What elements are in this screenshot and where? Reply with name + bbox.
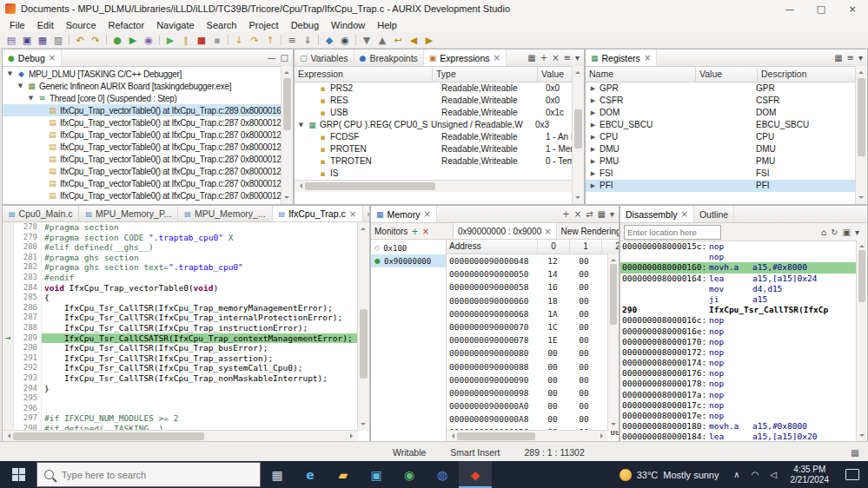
menu-item[interactable]: Debug: [285, 19, 325, 31]
taskbar-clock[interactable]: 4:35 PM 2/21/2024: [783, 465, 838, 485]
code-line[interactable]: #if IFXCPU_NUM_MODULES >= 2: [42, 413, 369, 424]
view-tab[interactable]: ● Breakpoints ×: [354, 49, 424, 66]
column-byte-1[interactable]: 1: [570, 240, 602, 254]
run-icon[interactable]: ▶: [125, 34, 141, 47]
show-columns-icon[interactable]: ▦: [834, 53, 842, 63]
debug-tree-item[interactable]: ▼ ▦ Generic Infineon AURIX Board [taskin…: [3, 80, 293, 92]
DOM[interactable]: ▶ DOM DOM: [586, 107, 867, 119]
PMU[interactable]: ▶ PMU PMU: [586, 155, 867, 168]
registers-vertical-scrollbar[interactable]: [855, 66, 867, 204]
code-line[interactable]: #pragma ghs section text=".traptab_cpu0": [42, 262, 369, 273]
menu-item[interactable]: Edit: [31, 19, 60, 31]
memory-row[interactable]: 0000000090000050 14 00 00 00: [447, 267, 619, 280]
debug-tree-item[interactable]: ▤ IfxCpu_Trap_vectorTable0() at IfxCpu_T…: [3, 129, 293, 141]
debug-tree-item[interactable]: ▤ IfxCpu_Trap_vectorTable0() at IfxCpu_T…: [3, 177, 293, 189]
expander-icon[interactable]: ▶: [589, 168, 597, 180]
code-line[interactable]: IfxCpu_Tsr_CallCSATSR(IfxCpu_Trap_contex…: [42, 333, 369, 344]
expander-icon[interactable]: ▶: [589, 82, 597, 95]
debug-tree-item[interactable]: ▤ IfxCpu_Trap_vectorTable0() at IfxCpu_T…: [3, 116, 293, 129]
view-tab[interactable]: Disassembly ×: [620, 206, 694, 222]
expressions-vertical-scrollbar[interactable]: [572, 66, 584, 204]
expander-icon[interactable]: ▶: [589, 119, 597, 131]
new-memory-monitor-icon[interactable]: +: [562, 209, 569, 219]
instruction-stepping-icon[interactable]: ≡: [284, 34, 300, 47]
GPR[interactable]: ▶ GPR GPR: [586, 82, 867, 95]
memory-row[interactable]: 0000000090000070 1C 00 00 00: [447, 320, 619, 333]
back-icon[interactable]: ◀: [406, 34, 421, 47]
column-description[interactable]: Description: [758, 67, 867, 82]
resume-icon[interactable]: ▶: [162, 34, 178, 47]
maximize-button[interactable]: □: [805, 0, 837, 17]
column-expression[interactable]: Expression: [295, 67, 433, 82]
view-tab[interactable]: ▢ Variables ×: [295, 49, 354, 66]
close-icon[interactable]: ×: [681, 209, 688, 219]
expression-row[interactable]: ▼ ▦ GRP( CPU ).REG( CPU0_SYSCON Unsigned…: [295, 119, 584, 131]
switch-layout-icon[interactable]: ▦: [598, 209, 606, 219]
last-edit-location-icon[interactable]: ↩: [390, 34, 406, 47]
memory-row[interactable]: 00000000900000A8 00 00 00 00: [447, 412, 619, 425]
disassembly-line[interactable]: 000000008000017c: nop: [620, 400, 867, 411]
debug-tree-item[interactable]: ▤ IfxCpu_Trap_vectorTable0() at IfxCpu_T…: [3, 153, 293, 165]
close-icon[interactable]: ×: [349, 209, 356, 219]
CPU[interactable]: ▶ CPU CPU: [586, 131, 867, 143]
new-wizard-icon[interactable]: ◆: [321, 34, 337, 47]
taskbar-weather-widget[interactable]: 33°C Mostly sunny: [611, 469, 728, 481]
memory-row[interactable]: 0000000090000078 1E 00 00 00: [447, 333, 619, 346]
code-line[interactable]: IfxCpu_Tsr_CallTSR(IfxCpu_Trap_memoryMan…: [42, 303, 369, 313]
disassembly-line[interactable]: 0000000080000172: nop: [620, 347, 867, 358]
expression-row[interactable]: ▪ RES Readable,Writeable 0x0: [295, 95, 584, 107]
search-input[interactable]: [60, 469, 224, 481]
expression-row[interactable]: ▪ IS: [295, 168, 584, 180]
PFI[interactable]: ▶ PFI PFI: [586, 180, 867, 192]
disassembly-line[interactable]: 0000000080000178: nop: [620, 379, 867, 389]
show-type-names-icon[interactable]: ▦: [527, 53, 535, 63]
terminate-icon[interactable]: ■: [194, 34, 209, 47]
memory-monitor-item[interactable]: ◇ 0x100: [371, 241, 446, 254]
memory-horizontal-scrollbar[interactable]: [447, 430, 608, 442]
link-renderings-icon[interactable]: ⇄: [586, 209, 593, 219]
expander-icon[interactable]: ▶: [589, 180, 597, 192]
menu-item[interactable]: File: [3, 19, 31, 31]
editor-tab[interactable]: ▤ MPU_Memory_P... ×: [79, 206, 178, 221]
redo-icon[interactable]: ↷: [88, 34, 103, 47]
menu-item[interactable]: Refactor: [103, 19, 151, 31]
debug-tree-item[interactable]: ▼ ≡ Thread [core 0] (Suspended : Step): [3, 92, 293, 104]
disassembly-line[interactable]: 0000000080000176: nop: [620, 368, 867, 379]
column-byte-2[interactable]: 2: [602, 240, 619, 254]
forward-icon[interactable]: ▶: [421, 34, 437, 47]
expander-icon[interactable]: ▶: [589, 95, 597, 107]
remove-monitor-icon[interactable]: ×: [422, 227, 429, 236]
taskbar-search-box[interactable]: [36, 462, 261, 487]
tab-memory[interactable]: ▦ Memory ×: [371, 206, 437, 222]
store-icon[interactable]: ▣: [360, 461, 393, 488]
memory-row[interactable]: 0000000090000090 00 00 00 00: [447, 373, 619, 386]
disassembly-location-input[interactable]: [624, 225, 721, 240]
menu-item[interactable]: Navigate: [150, 19, 200, 31]
next-annotation-icon[interactable]: ▼: [359, 34, 374, 47]
file-explorer-icon[interactable]: ▰: [327, 461, 360, 488]
disassembly-line[interactable]: 000000008000017a: nop: [620, 390, 867, 400]
collapse-all-icon[interactable]: ≡: [564, 53, 571, 63]
close-button[interactable]: ×: [837, 0, 868, 17]
disassembly-line[interactable]: 000000008000016e: nop: [620, 326, 867, 337]
expander-icon[interactable]: ▶: [589, 131, 597, 143]
collapse-all-icon[interactable]: ≡: [847, 53, 854, 63]
disassembly-vertical-scrollbar[interactable]: [856, 240, 867, 442]
code-line[interactable]: #endif: [42, 273, 369, 283]
expressions-horizontal-scrollbar[interactable]: [295, 180, 584, 192]
memory-row[interactable]: 0000000090000088 00 00 00 00: [447, 360, 619, 373]
home-icon[interactable]: ⌂: [821, 228, 826, 237]
disassembly-line[interactable]: 290 IfxCpu_Tsr_CallTSR(IfxCp: [620, 305, 867, 315]
code-area[interactable]: #pragma section#pragma section CODE ".tr…: [42, 222, 369, 442]
code-line[interactable]: void IfxCpu_Trap_vectorTable0(void): [42, 283, 369, 293]
view-menu-icon[interactable]: ▾: [610, 209, 614, 219]
expander-icon[interactable]: ▶: [589, 107, 597, 119]
disassembly-line[interactable]: 0000000080000164: lea a15,[a15]0x24: [620, 274, 867, 284]
memory-row[interactable]: 0000000090000080 00 00 00 00: [447, 346, 619, 359]
code-line[interactable]: #elif defined(__ghs__): [42, 242, 369, 253]
new-file-icon[interactable]: ▤: [3, 34, 19, 47]
previous-annotation-icon[interactable]: ▲: [374, 34, 390, 47]
network-icon[interactable]: ◠: [746, 470, 765, 479]
save-icon[interactable]: ▣: [19, 34, 35, 47]
expander-icon[interactable]: ▼: [27, 95, 35, 102]
